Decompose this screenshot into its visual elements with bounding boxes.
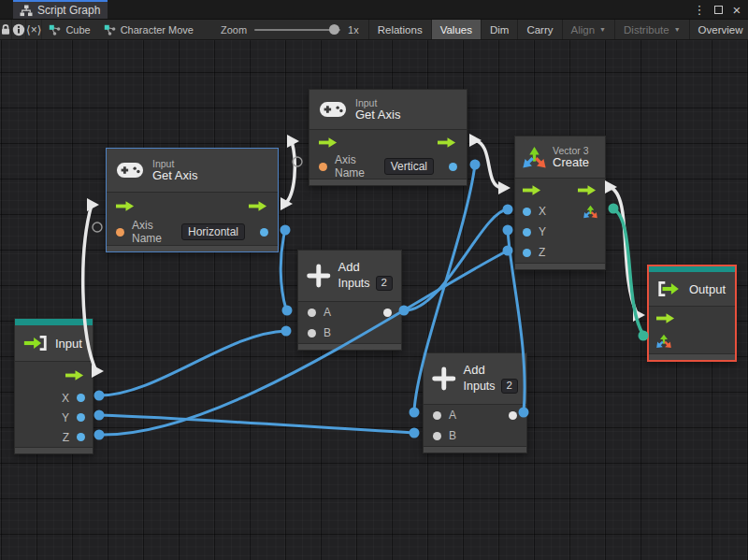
gamepad-icon [319,101,347,119]
code-preview-icon: ⟨×⟩ [26,23,41,36]
value-in-port-dot[interactable] [308,329,316,337]
info-icon [12,23,25,36]
tab-script-graph[interactable]: Script Graph [13,0,108,19]
chevron-down-icon: ▼ [674,26,681,33]
graph-hierarchy-icon [20,5,33,17]
connection-endpoint [282,306,293,316]
wire-flow[interactable] [285,141,295,204]
breadcrumb-character-move[interactable]: Character Move [97,20,200,39]
port-label: Z [63,431,69,444]
maximize-icon[interactable] [711,2,726,17]
value-in-port-dot[interactable] [523,208,531,216]
node-vector3-create[interactable]: Vector 3 Create X [514,136,606,270]
wire-vector3[interactable] [613,208,643,335]
wire-value[interactable] [99,331,286,395]
flow-connection-arrow [469,134,482,147]
graph-canvas[interactable]: Input Get Axis Axis Name Vertical [0,40,748,560]
port-label: Y [539,225,546,238]
flow-out-port[interactable] [65,369,85,381]
node-add-1[interactable]: Add Inputs 2 A B [297,250,402,351]
flow-in-port[interactable] [116,200,136,212]
inputs-label: Inputs [464,380,496,393]
toggle-values[interactable]: Values [431,20,481,39]
connection-endpoint [503,246,513,256]
toggle-overview[interactable]: Overview [689,20,748,39]
connection-endpoint [470,160,481,170]
zoom-slider-handle[interactable] [329,24,339,35]
flow-in-port[interactable] [319,136,338,149]
wire-value[interactable] [99,415,414,433]
connection-endpoint [609,204,619,214]
dropdown-distribute-label: Distribute [624,24,669,36]
inputs-count-field[interactable]: 2 [501,379,518,393]
flow-out-port[interactable] [249,200,268,212]
flow-out-port[interactable] [578,184,597,196]
node-footer [424,446,526,452]
chevron-down-icon: ▼ [599,26,606,33]
flow-connection-arrow [87,198,99,211]
toggle-dim[interactable]: Dim [481,20,517,39]
node-get-axis-vertical[interactable]: Input Get Axis Axis Name Vertical [309,89,468,186]
output-icon [656,280,683,297]
axis-name-field[interactable]: Vertical [384,158,434,175]
dropdown-align[interactable]: Align ▼ [562,20,615,39]
value-in-port-dot[interactable] [433,432,441,440]
connection-endpoint [94,410,105,421]
port-label: Z [539,246,545,259]
node-add-2[interactable]: Add Inputs 2 A B [423,352,527,453]
flow-out-port[interactable] [438,136,457,149]
breadcrumb-cube[interactable]: Cube [42,20,96,39]
value-out-port-dot[interactable] [77,413,85,422]
wire-value[interactable] [280,230,286,309]
value-in-port-dot[interactable] [523,249,531,257]
wire-value[interactable] [404,209,508,310]
vector3-icon [523,146,546,169]
value-in-port-dot[interactable] [523,228,531,237]
node-footer [298,343,401,350]
code-preview-button[interactable]: ⟨×⟩ [26,20,42,39]
node-get-axis-horizontal[interactable]: Input Get Axis Axis Name Horizontal [106,148,279,252]
node-footer [309,179,467,185]
plus-icon [432,366,456,391]
node-graph-input[interactable]: Input X Y Z [14,318,94,454]
value-out-port-dot[interactable] [77,394,85,402]
close-icon[interactable]: × [729,2,744,17]
value-out-port-dot[interactable] [383,309,392,317]
wire-flow[interactable] [474,140,502,188]
info-button[interactable] [12,20,26,39]
value-out-port-dot[interactable] [260,228,268,237]
inputs-count-field[interactable]: 2 [376,276,393,290]
node-footer [515,263,605,269]
value-out-port-dot[interactable] [77,433,85,441]
flow-connection-arrow [287,135,299,148]
node-footer [649,353,735,360]
vector3-out-port-icon[interactable] [583,205,597,219]
port-label: A [449,409,456,422]
value-in-port-dot[interactable] [308,309,316,317]
value-out-port-dot[interactable] [509,411,517,420]
connection-endpoint [280,225,291,236]
node-title: Add [338,261,393,275]
connection-endpoint [503,205,513,215]
flow-in-port[interactable] [523,184,542,196]
toggle-relations[interactable]: Relations [368,20,431,39]
node-title: Get Axis [355,108,400,122]
toolbar-toggle-group: Relations Values Dim Carry Align ▼ Distr… [368,20,748,39]
zoom-slider[interactable] [254,29,340,31]
unconnected-port-ring[interactable] [93,223,102,232]
breadcrumb-label: Character Move [121,24,194,36]
value-out-port-dot[interactable] [449,163,457,171]
unconnected-port-ring[interactable] [293,157,302,166]
lock-button[interactable] [0,20,12,39]
toggle-carry[interactable]: Carry [517,20,561,39]
string-port-dot[interactable] [319,163,327,171]
value-in-port-dot[interactable] [433,411,441,420]
string-port-dot[interactable] [116,228,124,237]
axis-name-field[interactable]: Horizontal [181,223,245,240]
window-menu-icon[interactable]: ⋮ [692,2,707,17]
vector3-in-port-icon[interactable] [656,334,671,349]
dropdown-distribute[interactable]: Distribute ▼ [614,20,689,39]
wire-flow[interactable] [610,187,637,313]
node-graph-output[interactable]: Output [647,265,737,362]
flow-in-port[interactable] [656,312,676,324]
